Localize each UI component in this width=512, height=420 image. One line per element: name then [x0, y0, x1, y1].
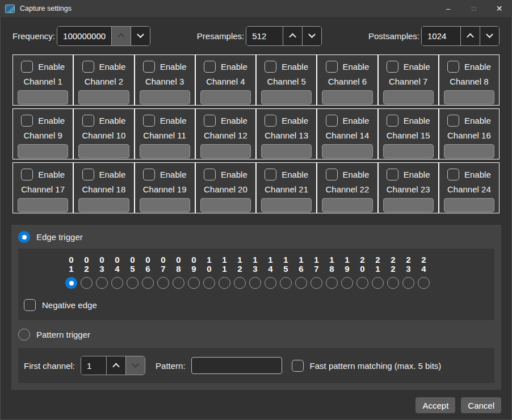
fast-pattern-row[interactable]: Fast pattern matching (max. 5 bits) — [292, 360, 442, 372]
postsamples-down-button[interactable] — [480, 27, 499, 45]
enable-checkbox[interactable] — [265, 115, 276, 127]
negative-edge-row[interactable]: Negative edge — [24, 299, 489, 311]
channel-enable-row[interactable]: Enable — [447, 169, 491, 180]
channel-enable-row[interactable]: Enable — [447, 115, 491, 127]
first-channel-down-button[interactable] — [125, 356, 145, 375]
channel-enable-row[interactable]: Enable — [82, 169, 126, 180]
channel-name-input[interactable] — [200, 144, 251, 158]
trigger-channel-radio[interactable] — [418, 277, 430, 289]
trigger-channel-radio[interactable] — [188, 277, 200, 289]
trigger-channel-column[interactable]: 0 7 — [156, 255, 171, 289]
fast-pattern-checkbox[interactable] — [292, 360, 304, 372]
trigger-channel-column[interactable]: 1 1 — [217, 255, 232, 289]
trigger-channel-column[interactable]: 1 4 — [263, 255, 278, 289]
enable-checkbox[interactable] — [387, 61, 398, 73]
channel-name-input[interactable] — [322, 144, 372, 158]
close-icon[interactable]: ✕ — [486, 0, 512, 17]
trigger-channel-column[interactable]: 2 2 — [385, 255, 401, 289]
trigger-channel-column[interactable]: 1 7 — [309, 255, 324, 289]
first-channel-up-button[interactable] — [106, 356, 125, 375]
trigger-channel-radio[interactable] — [203, 277, 215, 289]
trigger-channel-radio[interactable] — [326, 277, 338, 289]
frequency-down-button[interactable] — [131, 27, 150, 45]
enable-checkbox[interactable] — [447, 169, 459, 180]
channel-name-input[interactable] — [18, 144, 68, 158]
trigger-channel-radio[interactable] — [295, 277, 307, 289]
first-channel-value[interactable]: 1 — [81, 356, 106, 375]
channel-name-input[interactable] — [78, 198, 129, 212]
trigger-channel-radio[interactable] — [387, 277, 399, 289]
channel-name-input[interactable] — [261, 144, 312, 158]
presamples-value[interactable]: 512 — [246, 27, 283, 45]
enable-checkbox[interactable] — [143, 169, 155, 180]
trigger-channel-radio[interactable] — [265, 277, 276, 289]
channel-enable-row[interactable]: Enable — [21, 115, 65, 127]
trigger-channel-radio[interactable] — [402, 277, 414, 289]
pattern-input[interactable] — [191, 357, 282, 374]
channel-enable-row[interactable]: Enable — [21, 169, 65, 180]
channel-enable-row[interactable]: Enable — [326, 169, 370, 180]
channel-name-input[interactable] — [200, 198, 251, 212]
enable-checkbox[interactable] — [265, 169, 276, 180]
channel-name-input[interactable] — [78, 90, 129, 104]
channel-enable-row[interactable]: Enable — [143, 169, 187, 180]
channel-name-input[interactable] — [261, 198, 312, 212]
enable-checkbox[interactable] — [204, 169, 216, 180]
enable-checkbox[interactable] — [21, 115, 33, 127]
trigger-channel-column[interactable]: 2 3 — [401, 255, 416, 289]
enable-checkbox[interactable] — [326, 61, 338, 73]
enable-checkbox[interactable] — [447, 115, 459, 127]
channel-enable-row[interactable]: Enable — [265, 169, 308, 180]
enable-checkbox[interactable] — [204, 115, 216, 127]
trigger-channel-column[interactable]: 2 0 — [355, 255, 370, 289]
channel-name-input[interactable] — [18, 198, 68, 212]
trigger-channel-column[interactable]: 2 4 — [416, 255, 431, 289]
enable-checkbox[interactable] — [143, 61, 155, 73]
trigger-channel-column[interactable]: 1 0 — [202, 255, 217, 289]
maximize-icon[interactable]: □ — [461, 0, 486, 17]
channel-name-input[interactable] — [140, 198, 190, 212]
trigger-channel-radio[interactable] — [96, 277, 108, 289]
enable-checkbox[interactable] — [21, 169, 33, 180]
enable-checkbox[interactable] — [326, 115, 338, 127]
channel-name-input[interactable] — [383, 144, 434, 158]
channel-enable-row[interactable]: Enable — [82, 115, 126, 127]
enable-checkbox[interactable] — [387, 115, 398, 127]
trigger-channel-column[interactable]: 0 4 — [110, 255, 125, 289]
channel-enable-row[interactable]: Enable — [204, 169, 247, 180]
trigger-channel-radio[interactable] — [341, 277, 353, 289]
channel-enable-row[interactable]: Enable — [204, 61, 247, 73]
channel-enable-row[interactable]: Enable — [326, 115, 370, 127]
trigger-channel-column[interactable]: 0 6 — [140, 255, 156, 289]
trigger-channel-radio[interactable] — [173, 277, 184, 289]
trigger-channel-radio[interactable] — [310, 277, 322, 289]
trigger-channel-column[interactable]: 0 8 — [171, 255, 186, 289]
frequency-up-button[interactable] — [111, 27, 131, 45]
channel-enable-row[interactable]: Enable — [21, 61, 65, 73]
trigger-channel-column[interactable]: 0 5 — [125, 255, 140, 289]
channel-enable-row[interactable]: Enable — [265, 61, 308, 73]
trigger-channel-radio[interactable] — [142, 277, 154, 289]
trigger-channel-column[interactable]: 1 9 — [339, 255, 355, 289]
channel-name-input[interactable] — [444, 198, 494, 212]
trigger-channel-radio[interactable] — [81, 277, 93, 289]
channel-enable-row[interactable]: Enable — [387, 61, 430, 73]
frequency-value[interactable]: 100000000 — [57, 27, 111, 45]
trigger-channel-radio[interactable] — [280, 277, 292, 289]
trigger-channel-radio[interactable] — [356, 277, 368, 289]
trigger-channel-column[interactable]: 0 3 — [94, 255, 110, 289]
trigger-channel-radio[interactable] — [219, 277, 230, 289]
channel-name-input[interactable] — [444, 144, 494, 158]
postsamples-value[interactable]: 1024 — [422, 27, 460, 45]
cancel-button[interactable]: Cancel — [461, 397, 501, 413]
trigger-channel-radio[interactable] — [249, 277, 261, 289]
enable-checkbox[interactable] — [204, 61, 216, 73]
enable-checkbox[interactable] — [143, 115, 155, 127]
edge-trigger-row[interactable]: Edge trigger — [18, 231, 494, 243]
trigger-channel-radio[interactable] — [65, 277, 77, 289]
trigger-channel-radio[interactable] — [111, 277, 123, 289]
channel-name-input[interactable] — [140, 144, 190, 158]
trigger-channel-column[interactable]: 1 8 — [324, 255, 339, 289]
channel-enable-row[interactable]: Enable — [265, 115, 308, 127]
channel-enable-row[interactable]: Enable — [447, 61, 491, 73]
